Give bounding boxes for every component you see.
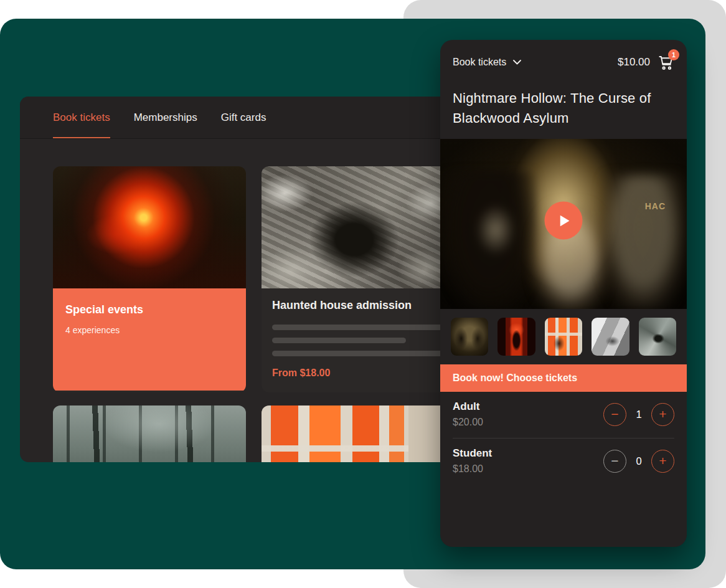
card-subtitle: 4 experiences bbox=[65, 325, 233, 335]
ticket-price: $20.00 bbox=[453, 417, 483, 428]
cart-badge: 1 bbox=[668, 49, 679, 60]
thumbnail-monochrome-room[interactable] bbox=[592, 318, 629, 356]
ticket-type-dropdown[interactable]: Book tickets bbox=[453, 57, 521, 68]
card-windows[interactable] bbox=[262, 405, 455, 462]
event-title: Nightmare Hollow: The Curse of Blackwood… bbox=[440, 85, 687, 139]
ticket-name: Adult bbox=[453, 401, 483, 413]
quantity-value: 1 bbox=[634, 409, 643, 420]
thumbnail-red-doorway[interactable] bbox=[497, 318, 535, 356]
cart-summary[interactable]: $10.00 1 bbox=[618, 54, 674, 71]
zombie-figure bbox=[602, 175, 684, 309]
quantity-stepper: − 1 + bbox=[603, 403, 674, 426]
thumbnail-staircase[interactable] bbox=[639, 318, 676, 356]
increase-button[interactable]: + bbox=[651, 403, 674, 426]
hero-wall-text: HAC bbox=[645, 201, 666, 211]
tab-book-tickets[interactable]: Book tickets bbox=[53, 97, 110, 138]
quantity-value: 0 bbox=[634, 455, 643, 467]
special-events-info: Special events 4 experiences bbox=[53, 288, 246, 391]
thumbnail-orange-windows[interactable] bbox=[545, 318, 582, 356]
dropdown-label: Book tickets bbox=[453, 57, 506, 68]
card-forest[interactable] bbox=[53, 405, 246, 462]
thumbnail-strip bbox=[440, 309, 687, 364]
increase-button[interactable]: + bbox=[651, 450, 674, 473]
ticket-row-student: Student $18.00 − 0 + bbox=[453, 438, 674, 485]
tab-gift-cards[interactable]: Gift cards bbox=[221, 97, 266, 138]
ticket-row-adult: Adult $20.00 − 1 + bbox=[453, 392, 674, 438]
play-button[interactable] bbox=[545, 202, 583, 240]
hero-media: HAC bbox=[440, 139, 687, 309]
staircase-image bbox=[262, 166, 455, 288]
quantity-stepper: − 0 + bbox=[603, 450, 674, 473]
thumbnail-zombies-hallway[interactable] bbox=[451, 318, 488, 356]
decrease-button[interactable]: − bbox=[603, 450, 626, 473]
decrease-button[interactable]: − bbox=[603, 403, 626, 426]
forest-image bbox=[53, 405, 246, 462]
play-icon bbox=[558, 215, 569, 226]
haunted-house-info: Haunted house admission From $18.00 bbox=[262, 288, 455, 392]
zombie-figure bbox=[443, 171, 537, 309]
ticket-price: $18.00 bbox=[453, 463, 492, 475]
card-price: From $18.00 bbox=[272, 368, 444, 379]
card-title: Special events bbox=[65, 303, 233, 316]
widget-header: Book tickets $10.00 1 bbox=[440, 40, 687, 85]
booking-widget: Book tickets $10.00 1 bbox=[440, 40, 687, 547]
card-haunted-house[interactable]: Haunted house admission From $18.00 bbox=[262, 166, 455, 392]
pumpkin-figure-image bbox=[53, 166, 246, 288]
cart-total: $10.00 bbox=[618, 56, 650, 69]
skeleton-bar bbox=[272, 338, 406, 343]
windows-image bbox=[262, 405, 455, 462]
skeleton-text bbox=[272, 325, 444, 356]
booking-banner: Book now! Choose tickets bbox=[440, 364, 687, 392]
ticket-list: Adult $20.00 − 1 + Student $18.00 − 0 + bbox=[440, 392, 687, 485]
skeleton-bar bbox=[272, 325, 444, 330]
skeleton-bar bbox=[272, 351, 444, 356]
tab-memberships[interactable]: Memberships bbox=[134, 97, 197, 138]
card-title: Haunted house admission bbox=[272, 299, 444, 312]
card-special-events[interactable]: Special events 4 experiences bbox=[53, 166, 246, 392]
ticket-name: Student bbox=[453, 447, 492, 460]
chevron-down-icon bbox=[513, 60, 521, 65]
